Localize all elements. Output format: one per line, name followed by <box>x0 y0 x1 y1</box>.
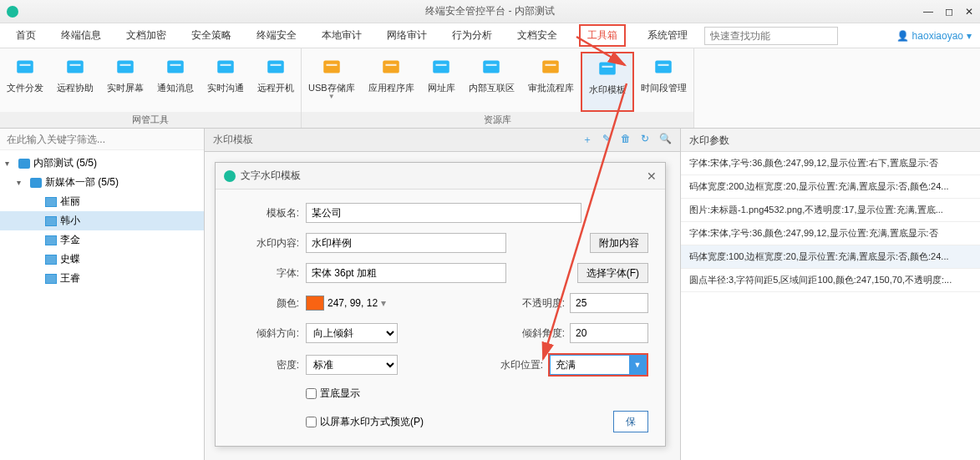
tree-filter-input[interactable] <box>0 129 204 150</box>
ribbon-label: 时间段管理 <box>641 82 687 94</box>
preview-checkbox[interactable] <box>306 417 317 427</box>
ribbon-label: 应用程序库 <box>368 82 414 94</box>
svg-rect-2 <box>67 60 84 73</box>
menu-item[interactable]: 文档安全 <box>514 24 561 47</box>
bottom-display-label: 置底显示 <box>320 387 360 401</box>
tab-title: 水印模板 <box>213 133 253 147</box>
menu-item[interactable]: 系统管理 <box>644 24 691 47</box>
ribbon-item[interactable]: USB存储库▼ <box>302 52 362 112</box>
density-label: 密度: <box>232 358 299 372</box>
save-button[interactable]: 保 <box>613 411 648 432</box>
ribbon-item[interactable]: 远程协助 <box>50 52 100 112</box>
ribbon-item[interactable]: 水印模板 <box>581 52 634 112</box>
edit-icon[interactable]: ✎ <box>602 133 611 147</box>
bottom-display-checkbox[interactable] <box>306 388 317 399</box>
chevron-down-icon: ▾ <box>967 30 972 42</box>
tree-node[interactable]: 崔丽 <box>0 192 204 211</box>
minimize-icon[interactable]: — <box>923 6 933 18</box>
menu-item[interactable]: 首页 <box>13 24 39 47</box>
param-row[interactable]: 码体宽度:100,边框宽度:20,显示位置:充满,置底显示:否,颜色:24... <box>681 245 980 269</box>
tree-toggle-icon[interactable]: ▾ <box>5 159 15 168</box>
ribbon-label: 实时屏幕 <box>107 82 144 94</box>
tree-node[interactable]: ▾内部测试 (5/5) <box>0 154 204 173</box>
ribbon-item[interactable]: 内部互联区 <box>462 52 521 112</box>
user-menu[interactable]: 👤 haoxiaoyao ▾ <box>896 30 972 42</box>
menu-item[interactable]: 网络审计 <box>383 24 430 47</box>
ribbon-item[interactable]: 实时屏幕 <box>100 52 150 112</box>
chevron-down-icon[interactable]: ▼ <box>629 356 646 374</box>
content-input[interactable] <box>306 233 506 253</box>
menu-item[interactable]: 终端信息 <box>58 24 104 47</box>
density-select[interactable]: 标准 <box>306 355 398 375</box>
search-icon[interactable]: 🔍 <box>659 133 672 147</box>
svg-rect-6 <box>167 60 184 73</box>
chevron-down-icon[interactable]: ▾ <box>381 297 386 309</box>
template-name-input[interactable] <box>306 203 581 223</box>
ribbon-item[interactable]: 时间段管理 <box>634 52 693 112</box>
menu-item[interactable]: 安全策略 <box>188 24 235 47</box>
svg-rect-24 <box>655 60 672 73</box>
add-icon[interactable]: ＋ <box>582 133 592 147</box>
attach-content-button[interactable]: 附加内容 <box>590 233 648 253</box>
monitor-icon <box>45 197 57 207</box>
menu-item[interactable]: 终端安全 <box>253 24 300 47</box>
delete-icon[interactable]: 🗑 <box>621 133 631 147</box>
svg-rect-12 <box>323 60 340 73</box>
tilt-dir-select[interactable]: 向上倾斜 <box>306 323 398 343</box>
tree-node[interactable]: ▾新媒体一部 (5/5) <box>0 173 204 192</box>
svg-rect-17 <box>436 64 447 66</box>
menu-item[interactable]: 本地审计 <box>318 24 365 47</box>
dialog-title: 文字水印模板 <box>241 169 301 183</box>
position-combo[interactable]: 充满 ▼ <box>550 355 647 375</box>
tree-toggle-icon[interactable]: ▾ <box>17 178 27 187</box>
search-input[interactable] <box>704 27 838 45</box>
font-label: 字体: <box>232 266 299 281</box>
menu-item[interactable]: 文档加密 <box>123 24 170 47</box>
tree-label: 内部测试 (5/5) <box>33 156 97 170</box>
opacity-input[interactable] <box>570 293 648 313</box>
ribbon-icon <box>478 55 505 78</box>
ribbon-item[interactable]: 实时沟通 <box>201 52 251 112</box>
group-icon <box>18 159 30 169</box>
menu-item[interactable]: 行为分析 <box>449 24 495 47</box>
ribbon-item[interactable]: 远程开机 <box>251 52 301 112</box>
refresh-icon[interactable]: ↻ <box>641 133 649 147</box>
param-list: 字体:宋体,字号:36,颜色:247,99,12,显示位置:右下,置底显示:否码… <box>681 152 980 292</box>
menu-item[interactable]: 工具箱 <box>579 24 626 47</box>
param-row[interactable]: 码体宽度:200,边框宽度:20,显示位置:充满,置底显示:否,颜色:24... <box>681 175 980 199</box>
ribbon-icon <box>650 55 677 78</box>
svg-rect-4 <box>117 60 134 73</box>
tree-label: 韩小 <box>60 214 80 228</box>
opacity-label: 不透明度: <box>506 296 565 311</box>
ribbon-icon <box>12 55 38 78</box>
ribbon-item[interactable]: 文件分发 <box>0 52 50 112</box>
ribbon-item[interactable]: 审批流程库 <box>521 52 581 112</box>
ribbon-item[interactable]: 网址库 <box>421 52 462 112</box>
tilt-dir-label: 倾斜方向: <box>232 326 299 341</box>
tree-label: 王睿 <box>60 271 80 286</box>
param-row[interactable]: 图片:未标题-1.png4532.png,不透明度:17,显示位置:充满,置底.… <box>681 199 980 222</box>
tree-node[interactable]: 韩小 <box>0 211 204 230</box>
font-input[interactable] <box>306 263 506 283</box>
svg-rect-22 <box>599 62 616 74</box>
close-icon[interactable]: ✕ <box>965 6 973 18</box>
ribbon-item[interactable]: 通知消息 <box>150 52 201 112</box>
maximize-icon[interactable]: ◻ <box>945 6 953 18</box>
tree-node[interactable]: 王睿 <box>0 269 204 288</box>
svg-rect-13 <box>326 64 337 66</box>
param-row[interactable]: 字体:宋体,字号:36,颜色:247,99,12,显示位置:充满,置底显示:否 <box>681 222 980 245</box>
color-value: 247, 99, 12 <box>328 297 378 309</box>
tilt-angle-input[interactable] <box>570 323 648 343</box>
template-name-label: 模板名: <box>232 206 299 220</box>
dialog-close-icon[interactable]: ✕ <box>647 169 657 183</box>
choose-font-button[interactable]: 选择字体(F) <box>577 263 648 283</box>
color-swatch[interactable] <box>306 296 324 311</box>
tree-node[interactable]: 李金 <box>0 230 204 250</box>
ribbon-label: 审批流程库 <box>528 82 574 94</box>
param-row[interactable]: 圆点半径:3,字符间距5,区域间距100,颜色:247,150,70,不透明度:… <box>681 269 980 292</box>
color-label: 颜色: <box>232 296 299 311</box>
ribbon-item[interactable]: 应用程序库 <box>362 52 421 112</box>
param-row[interactable]: 字体:宋体,字号:36,颜色:247,99,12,显示位置:右下,置底显示:否 <box>681 152 980 175</box>
tree-node[interactable]: 史蝶 <box>0 250 204 269</box>
right-pane: 水印参数 字体:宋体,字号:36,颜色:247,99,12,显示位置:右下,置底… <box>680 129 980 460</box>
